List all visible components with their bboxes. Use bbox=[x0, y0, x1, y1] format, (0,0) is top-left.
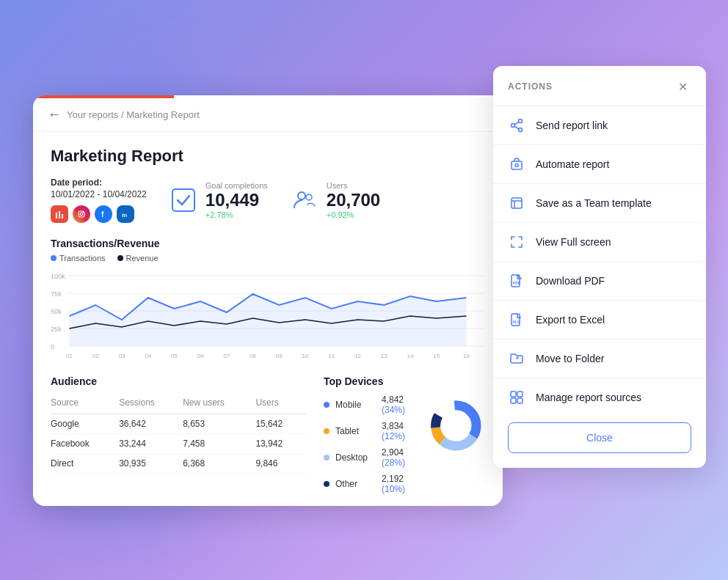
move-to-folder-icon bbox=[508, 350, 525, 367]
date-period-block: Date period: 10/01/2022 - 10/04/2022 f i… bbox=[51, 177, 147, 223]
report-title: Marketing Report bbox=[51, 147, 485, 166]
svg-point-9 bbox=[298, 192, 305, 199]
legend-transactions: Transactions bbox=[51, 254, 106, 263]
svg-rect-2 bbox=[62, 214, 63, 219]
svg-point-41 bbox=[441, 411, 471, 441]
manage-sources-label: Manage report sources bbox=[536, 392, 641, 403]
table-cell: 13,942 bbox=[255, 434, 306, 454]
col-source: Source bbox=[51, 394, 119, 414]
goal-label: Goal completions bbox=[205, 181, 268, 190]
svg-text:13: 13 bbox=[381, 353, 388, 359]
device-name: Mobile bbox=[335, 400, 376, 410]
report-card: ← Your reports / Marketing Report Market… bbox=[33, 95, 503, 506]
users-label: Users bbox=[327, 181, 380, 190]
table-cell: 15,642 bbox=[255, 414, 306, 434]
goal-value: 10,449 bbox=[205, 190, 268, 210]
download-pdf-label: Download PDF bbox=[536, 275, 605, 287]
report-meta: Date period: 10/01/2022 - 10/04/2022 f i… bbox=[51, 177, 485, 223]
audience-data-table: Source Sessions New users Users Google36… bbox=[51, 394, 306, 474]
action-export-excel[interactable]: XLS Export to Excel bbox=[493, 301, 706, 339]
svg-line-46 bbox=[514, 126, 518, 129]
bottom-section: Audience Source Sessions New users Users… bbox=[51, 375, 485, 500]
device-value: 3,834 (12%) bbox=[382, 421, 421, 441]
action-download-pdf[interactable]: PDF Download PDF bbox=[493, 262, 706, 300]
table-cell: 30,935 bbox=[119, 454, 183, 474]
action-move-to-folder[interactable]: Move to Folder bbox=[493, 339, 706, 378]
svg-rect-57 bbox=[517, 392, 523, 397]
device-name: Desktop bbox=[335, 452, 376, 463]
svg-text:07: 07 bbox=[223, 353, 230, 359]
svg-point-10 bbox=[306, 194, 312, 200]
save-team-template-icon bbox=[508, 194, 525, 212]
legend-transactions-label: Transactions bbox=[59, 254, 106, 263]
device-value: 2,192 (10%) bbox=[382, 474, 421, 494]
breadcrumb: Your reports / Marketing Report bbox=[67, 109, 200, 120]
action-view-fullscreen[interactable]: View Full screen bbox=[493, 223, 706, 261]
action-save-team-template[interactable]: Save as a Team template bbox=[493, 184, 706, 222]
action-automate-report[interactable]: Automate report bbox=[493, 145, 706, 183]
device-item: Mobile 4,842 (34%) bbox=[324, 394, 421, 415]
svg-text:10: 10 bbox=[302, 353, 309, 359]
automate-report-icon bbox=[508, 155, 525, 173]
svg-point-43 bbox=[519, 128, 523, 132]
device-item: Desktop 2,904 (28%) bbox=[324, 447, 421, 468]
users-values: Users 20,700 +0.92% bbox=[327, 181, 380, 219]
users-value: 20,700 bbox=[327, 190, 380, 210]
export-excel-label: Export to Excel bbox=[536, 314, 605, 326]
svg-text:0: 0 bbox=[51, 343, 54, 350]
social-bar-icon bbox=[51, 205, 68, 223]
device-dot bbox=[324, 428, 330, 434]
save-team-template-label: Save as a Team template bbox=[536, 197, 652, 209]
action-manage-sources[interactable]: Manage report sources bbox=[493, 378, 706, 416]
svg-rect-58 bbox=[511, 398, 516, 403]
table-cell: 7,458 bbox=[183, 434, 255, 454]
table-cell: Google bbox=[51, 414, 119, 434]
svg-text:15: 15 bbox=[433, 353, 440, 359]
view-fullscreen-icon bbox=[508, 233, 525, 251]
legend-transactions-dot bbox=[51, 255, 57, 261]
report-nav: ← Your reports / Marketing Report bbox=[33, 98, 503, 132]
audience-title: Audience bbox=[51, 375, 306, 387]
manage-sources-icon bbox=[508, 389, 525, 406]
svg-text:in: in bbox=[122, 212, 127, 219]
svg-text:12: 12 bbox=[354, 353, 362, 359]
instagram-icon bbox=[73, 205, 90, 223]
legend-revenue-label: Revenue bbox=[126, 254, 159, 263]
goal-icon bbox=[170, 187, 197, 213]
actions-list: Send report link Automate report Save as… bbox=[493, 106, 706, 416]
goal-completions-values: Goal completions 10,449 +2.78% bbox=[205, 181, 268, 219]
svg-point-44 bbox=[512, 124, 515, 128]
top-devices-section: Top Devices Mobile 4,842 (34%) Tablet 3,… bbox=[324, 375, 485, 500]
svg-text:XLS: XLS bbox=[513, 320, 520, 324]
action-send-report-link[interactable]: Send report link bbox=[493, 106, 706, 144]
svg-rect-0 bbox=[56, 213, 57, 219]
top-devices-title: Top Devices bbox=[324, 375, 485, 387]
goal-change: +2.78% bbox=[205, 210, 268, 219]
table-cell: 6,368 bbox=[183, 454, 255, 474]
device-dot bbox=[324, 402, 330, 408]
chart-title: Transactions/Revenue bbox=[51, 238, 485, 249]
device-dot bbox=[324, 455, 330, 460]
close-icon[interactable]: ✕ bbox=[674, 78, 691, 95]
close-button[interactable]: Close bbox=[508, 422, 691, 453]
legend-revenue: Revenue bbox=[117, 254, 159, 263]
facebook-icon: f bbox=[95, 205, 112, 223]
table-cell: Direct bbox=[51, 454, 119, 474]
linkedin-icon: in bbox=[117, 205, 134, 223]
actions-header: ACTIONS ✕ bbox=[493, 66, 706, 106]
svg-text:75k: 75k bbox=[51, 290, 62, 298]
svg-point-4 bbox=[80, 213, 83, 216]
svg-text:50k: 50k bbox=[51, 308, 62, 315]
svg-text:09: 09 bbox=[276, 353, 283, 359]
svg-text:03: 03 bbox=[118, 353, 125, 359]
svg-text:PDF: PDF bbox=[513, 281, 520, 285]
svg-point-48 bbox=[515, 164, 518, 167]
svg-rect-1 bbox=[59, 211, 60, 219]
report-content: Marketing Report Date period: 10/01/2022… bbox=[33, 132, 503, 506]
svg-rect-8 bbox=[172, 189, 194, 211]
actions-panel: ACTIONS ✕ Send report link Automate repo… bbox=[493, 66, 706, 468]
line-chart: 100k 75k 50k 25k 0 bbox=[51, 268, 485, 364]
svg-rect-47 bbox=[512, 161, 522, 169]
back-button[interactable]: ← bbox=[48, 107, 61, 122]
svg-text:16: 16 bbox=[463, 353, 470, 359]
